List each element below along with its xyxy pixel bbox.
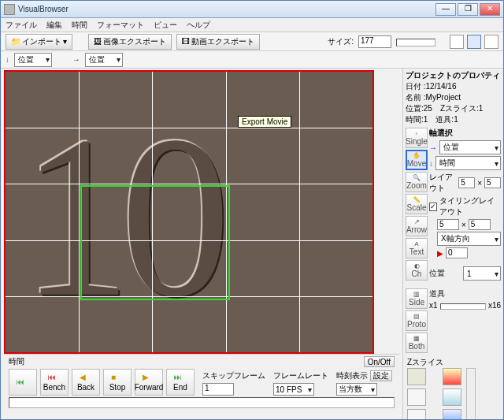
time-display-dropdown[interactable]: 当方数 [336,383,377,396]
menu-file[interactable]: ファイル [6,20,37,31]
layout-rows[interactable]: 5 [484,177,501,188]
selection-box[interactable] [80,185,230,300]
playback-controls: ⏮ ⏮Bench ◀Back ■Stop ▶Forward ⏭End スキップフ… [9,369,395,396]
layout-cols[interactable]: 5 [458,177,475,188]
menu-edit[interactable]: 編集 [46,20,62,31]
viewmode-2[interactable] [467,35,481,49]
import-button[interactable]: 📁インポート▾ [6,34,72,50]
menu-view[interactable]: ビュー [154,20,177,31]
timeline-heading: 時間 [9,356,24,367]
menu-help[interactable]: ヘルプ [187,20,210,31]
movie-export-button[interactable]: 🎞動画エクスポート [176,34,260,50]
tiling-checkbox[interactable]: ✓ [429,203,437,211]
back-button[interactable]: ◀Back [72,369,100,396]
timeline-onoff-button[interactable]: On/Off [364,356,395,367]
zslice-swatch[interactable] [443,409,461,419]
tool-single[interactable]: ▫Single [406,128,428,148]
tool-arrow[interactable]: ↗Arrow [406,216,428,236]
viewmode-buttons [450,35,498,49]
bench-button[interactable]: ⏮Bench [40,369,69,396]
app-icon [4,4,15,15]
tool-both[interactable]: ▦Both [406,333,428,353]
tool-move[interactable]: ✋Move [406,150,428,170]
axis-y-dropdown[interactable]: 位置 [14,53,52,67]
zslice-swatch[interactable] [443,368,461,385]
axis-x-dropdown[interactable]: 位置 [85,53,123,67]
timeline-slider[interactable] [9,397,395,408]
zslice-swatch[interactable] [407,368,426,385]
stop-button[interactable]: ■Stop [103,369,132,396]
app-window: VisualBrowser — ❐ ✕ ファイル 編集 時間 フォーマット ビュ… [0,0,504,420]
viewmode-1[interactable] [450,35,464,49]
menu-format[interactable]: フォーマット [97,20,144,31]
right-panel: プロジェクトのプロパティ 日付 :12/14/16 名前 :MyProject … [402,69,503,419]
axis-pos-dropdown[interactable]: 位置 [439,140,501,154]
main-toolbar: 📁インポート▾ 🖼画像エクスポート 🎞動画エクスポート サイズ: 177 [1,32,503,51]
workarea: 10 Export Movie 時間 On/Off ⏮ ⏮ [1,69,503,419]
titlebar[interactable]: VisualBrowser — ❐ ✕ [1,1,503,18]
window-title: VisualBrowser [18,5,434,13]
zslice-scrollbar[interactable] [466,368,476,419]
timeline-panel: 時間 On/Off ⏮ ⏮Bench ◀Back ■Stop ▶Forward … [4,354,399,409]
arrow-down-icon [6,55,9,64]
tool-proto[interactable]: ▤Proto [406,310,428,331]
direction-num[interactable]: 0 [446,247,468,258]
zslice-panel: Zスライス Extend [406,355,501,419]
menubar: ファイル 編集 時間 フォーマット ビュー ヘルプ [1,18,503,32]
zslice-swatch[interactable] [443,388,461,406]
arrow-right-icon [429,143,437,152]
tiling-rows[interactable]: 5 [469,219,491,230]
direction-dropdown[interactable]: X軸方向 [437,232,501,246]
zslice-swatch[interactable] [407,409,426,419]
arrow-down-icon [429,159,433,168]
tiling-cols[interactable]: 5 [437,219,459,230]
center-pane: 10 Export Movie 時間 On/Off ⏮ ⏮ [1,69,402,419]
tool-zoom[interactable]: 🔍Zoom [406,172,428,192]
skip-frame-input[interactable]: 1 [202,383,234,396]
viewmode-3[interactable] [484,35,498,49]
tool-ch[interactable]: ◐Ch [406,260,428,281]
menu-time[interactable]: 時間 [72,20,87,31]
image-export-button[interactable]: 🖼画像エクスポート [88,34,172,50]
end-button[interactable]: ⏭End [166,369,195,396]
zoom-slider[interactable] [440,303,486,310]
axis-time-dropdown[interactable]: 時間 [435,156,501,170]
pos-dropdown[interactable]: 1 [463,266,501,281]
size-label: サイズ: [328,36,354,47]
arrow-right-icon [72,55,80,64]
close-button[interactable]: ✕ [480,3,500,16]
project-properties: プロジェクトのプロパティ 日付 :12/14/16 名前 :MyProject … [406,70,501,125]
tool-text[interactable]: AText [406,238,428,258]
tool-scale[interactable]: 📏Scale [406,194,428,214]
zslice-swatch[interactable] [407,388,426,406]
minimize-button[interactable]: — [435,3,456,16]
tool-side[interactable]: ▥Side [406,288,428,309]
tool-section: ▫Single ✋Move 🔍Zoom 📏Scale ↗Arrow AText … [406,128,501,353]
timeline-set-button[interactable]: 設定 [370,370,392,381]
tool-properties: 軸選択 位置 時間 レイアウト5×5 ✓タイリングレイアウト 5×5 X軸方向 … [429,128,501,353]
play-first-button[interactable]: ⏮ [9,369,37,396]
maximize-button[interactable]: ❐ [458,3,478,16]
axis-toolbar: 位置 位置 [1,51,503,69]
forward-button[interactable]: ▶Forward [135,369,163,396]
size-value[interactable]: 177 [358,35,391,48]
export-movie-tooltip: Export Movie [238,116,291,128]
size-slider[interactable] [396,39,435,46]
fps-dropdown[interactable]: 10 FPS [273,383,314,396]
image-canvas[interactable]: 10 Export Movie [4,70,374,354]
